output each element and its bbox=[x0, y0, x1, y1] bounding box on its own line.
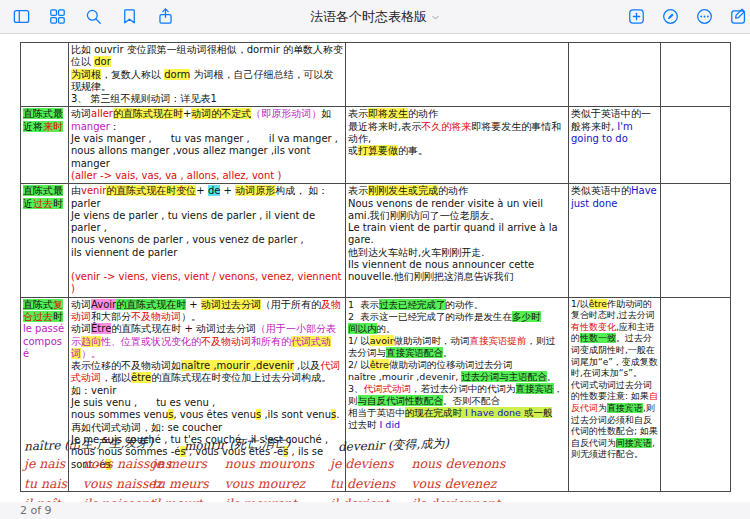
cell-extra bbox=[661, 184, 731, 297]
table-row: 比如 ouvrir 变位跟第一组动词很相似，dormir 的单数人称变位以 do… bbox=[21, 43, 731, 107]
status-bar: 2 of 9 bbox=[0, 502, 750, 519]
handwritten-notes: naître (出生,产生,发芽) je naisnous naissons t… bbox=[0, 436, 750, 502]
cell-note bbox=[569, 43, 661, 107]
conjugation-cell: vous mourez bbox=[225, 476, 314, 491]
cell-formation: 比如 ouvrir 变位跟第一组动词很相似，dormir 的单数人称变位以 do… bbox=[69, 43, 346, 107]
document-title[interactable]: 法语各个时态表格版 bbox=[310, 0, 440, 34]
sidebar-icon bbox=[12, 7, 31, 26]
compose-icon bbox=[729, 7, 748, 26]
page-indicator: 2 of 9 bbox=[20, 504, 52, 517]
table-row: 直陈式最近过去时 由venir的直陈式现在时变位+ de + 动词原形构成， 如… bbox=[21, 184, 731, 297]
conjugation-cell: tu meurs bbox=[152, 476, 209, 491]
add-page-button[interactable] bbox=[621, 3, 651, 30]
handwriting-group-devenir: devenir (变得,成为) je deviensnous devenons … bbox=[330, 436, 505, 511]
conjugation-cell: je deviens bbox=[330, 456, 395, 471]
search-button[interactable] bbox=[78, 3, 108, 30]
handwriting-verb-title: devenir (变得,成为) bbox=[338, 433, 506, 456]
cell-extra bbox=[661, 43, 731, 107]
document-page: 比如 ouvrir 变位跟第一组动词很相似，dormir 的单数人称变位以 do… bbox=[0, 35, 750, 502]
toolbar: 法语各个时态表格版 bbox=[0, 0, 750, 34]
markup-button[interactable] bbox=[655, 3, 685, 30]
conjugation-cell: nous mourons bbox=[225, 456, 314, 471]
conjugation-cell: je nais bbox=[24, 456, 67, 471]
conjugation-cell: vous devenez bbox=[411, 476, 505, 491]
pencil-circle-icon bbox=[661, 7, 680, 26]
share-button[interactable] bbox=[150, 3, 180, 30]
cell-note: 类似英语中的Have just done bbox=[569, 184, 661, 297]
cell-note: 类似于英语中的一般将来时, I'm going to do bbox=[569, 107, 661, 184]
ellipsis-circle-icon bbox=[695, 7, 714, 26]
add-icon bbox=[627, 7, 646, 26]
bookmark-button[interactable] bbox=[114, 3, 144, 30]
toolbar-right-group bbox=[621, 3, 750, 30]
conjugation-cell: je meurs bbox=[152, 456, 209, 471]
handwriting-verb-title: mourir (死亡,消亡) bbox=[184, 434, 315, 456]
conjugation-cell: tu nais bbox=[24, 476, 67, 491]
more-button[interactable] bbox=[689, 3, 719, 30]
cell-formation: 由venir的直陈式现在时变位+ de + 动词原形构成， 如：parlerJe… bbox=[69, 184, 346, 297]
handwriting-group-naitre: naître (出生,产生,发芽) je naisnous naissons t… bbox=[24, 436, 171, 511]
cell-usage bbox=[346, 43, 569, 107]
cell-extra bbox=[661, 107, 731, 184]
handwriting-verb-title: naître (出生,产生,发芽) bbox=[24, 433, 172, 455]
share-icon bbox=[156, 7, 175, 26]
search-icon bbox=[84, 7, 103, 26]
sidebar-toggle-button[interactable] bbox=[6, 3, 36, 30]
bookmark-icon bbox=[120, 7, 139, 26]
tense-table: 比如 ouvrir 变位跟第一组动词很相似，dormir 的单数人称变位以 do… bbox=[20, 42, 731, 492]
cell-formation: 动词aller的直陈式现在时+动词的不定式（即原形动词）如 manger：Je … bbox=[69, 107, 346, 184]
grid-icon bbox=[48, 7, 67, 26]
table-row: 直陈式最近将来时 动词aller的直陈式现在时+动词的不定式（即原形动词）如 m… bbox=[21, 107, 731, 184]
thumbnails-button[interactable] bbox=[42, 3, 72, 30]
cell-usage: 表示刚刚发生或完成的动作Nous venons de render visite… bbox=[346, 184, 569, 297]
cell-usage: 表示即将发生的动作最近将来时,表示不久的将来即将要发生的事情和动作,或打算要做的… bbox=[346, 107, 569, 184]
handwriting-group-mourir: mourir (死亡,消亡) je meursnous mourons tu m… bbox=[152, 436, 314, 511]
compose-button[interactable] bbox=[723, 3, 750, 30]
conjugation-cell: nous devenons bbox=[411, 456, 505, 471]
document-title-text: 法语各个时态表格版 bbox=[310, 8, 427, 26]
conjugation-cell: tu deviens bbox=[330, 476, 395, 491]
cell-tense-name: 直陈式最近过去时 bbox=[21, 184, 69, 297]
cell-tense-name: 直陈式最近将来时 bbox=[21, 107, 69, 184]
cell-tense-name bbox=[21, 43, 69, 107]
chevron-down-icon bbox=[431, 13, 440, 22]
toolbar-left-group bbox=[6, 3, 180, 30]
